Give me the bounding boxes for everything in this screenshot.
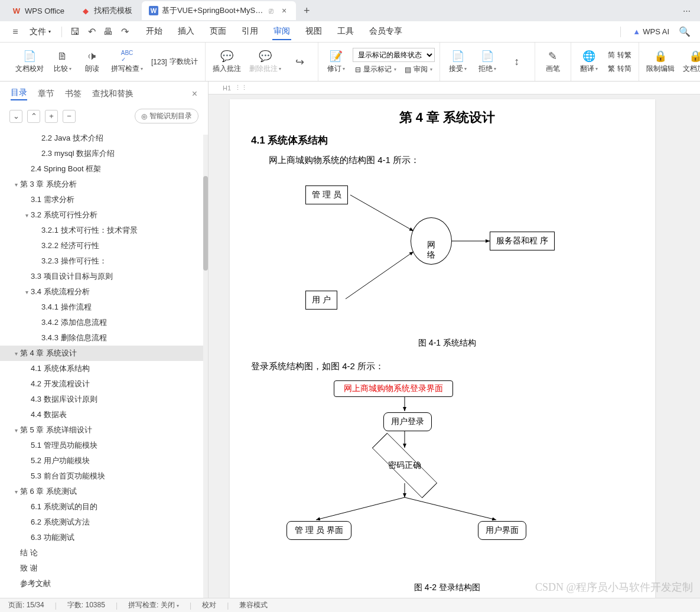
close-icon[interactable]: × (192, 89, 197, 99)
toc-item[interactable]: ▸3.2.2 经济可行性 (0, 238, 203, 253)
toc-item[interactable]: ▸4.4 数据表 (0, 407, 203, 422)
sidebar-tab-toc[interactable]: 目录 (11, 87, 27, 100)
undo-icon[interactable]: ↶ (84, 25, 99, 39)
toc-item[interactable]: ▸致 谢 (0, 561, 203, 576)
toc-item[interactable]: ▸3.4.2 添加信息流程 (0, 315, 203, 330)
app-tab-template[interactable]: ◆ 找稻壳模板 (74, 1, 139, 20)
translate-icon: 🌐 (582, 50, 595, 63)
toc-item[interactable]: ▸3.4.1 操作流程 (0, 300, 203, 315)
toc-item[interactable]: ▸结 论 (0, 545, 203, 561)
toc-item[interactable]: ▸3.3 项目设计目标与原则 (0, 269, 203, 284)
box-user-ui: 用户界面 (478, 521, 526, 540)
expand-down-button[interactable]: ⌄ (9, 110, 22, 123)
hamburger-icon[interactable]: ≡ (8, 25, 22, 39)
toc-item-label: 5.2 用户功能模块 (31, 455, 90, 466)
status-wordcount[interactable]: 字数: 10385 (67, 600, 105, 610)
menu-tab-insert[interactable]: 插入 (177, 24, 196, 40)
toc-item[interactable]: ▸5.3 前台首页功能模块 (0, 468, 203, 484)
file-menu[interactable]: 文件▾ (25, 27, 56, 37)
spellcheck-button[interactable]: ABC✓拼写检查▾ (109, 48, 145, 75)
restrict-edit-button[interactable]: 🔒限制编辑 (644, 48, 677, 75)
toc-item[interactable]: ▸5.2 用户功能模块 (0, 453, 203, 468)
toc-item[interactable]: ▸4.3 数据库设计原则 (0, 392, 203, 407)
save-icon[interactable]: 🖫 (68, 25, 82, 39)
status-page[interactable]: 页面: 15/34 (8, 600, 44, 610)
toc-item[interactable]: ▸2.3 mysql 数据库介绍 (0, 146, 203, 161)
status-proof[interactable]: 校对 (202, 600, 216, 610)
accept-button[interactable]: 📄接受▾ (445, 48, 471, 75)
toc-item[interactable]: ▸6.3 功能测试 (0, 530, 203, 545)
scrollbar[interactable] (203, 135, 208, 598)
search-icon[interactable]: 🔍 (678, 25, 692, 39)
markup-icon: ⊟ (355, 66, 361, 74)
wordcount-button[interactable]: [123]字数统计 (149, 56, 200, 68)
compare-button[interactable]: 🗎比较▾ (50, 48, 76, 75)
toc-item[interactable]: ▸4.1 系统体系结构 (0, 361, 203, 376)
toc-item[interactable]: ▸6.2 系统测试方法 (0, 515, 203, 530)
redo-icon[interactable]: ↷ (118, 25, 132, 39)
encrypt-button[interactable]: 🔐文档加密 (681, 48, 700, 75)
toc-item[interactable]: ▸3.1 需求分析 (0, 192, 203, 207)
menu-tab-tools[interactable]: 工具 (336, 24, 355, 40)
toc-item[interactable]: ▸参考文献 (0, 576, 203, 591)
sidebar-tab-chapter[interactable]: 章节 (38, 89, 54, 99)
toc-item[interactable]: ▸3.4.3 删除信息流程 (0, 330, 203, 346)
chevron-down-icon: ▾ (12, 427, 20, 434)
show-markup-button[interactable]: ⊟显示标记▾ (353, 63, 399, 76)
menu-tab-member[interactable]: 会员专享 (368, 24, 403, 40)
remove-button[interactable]: − (63, 110, 76, 123)
toc-item[interactable]: ▾第 5 章 系统详细设计 (0, 422, 203, 438)
smart-toc-button[interactable]: ◎智能识别目录 (135, 109, 198, 123)
to-traditional-button[interactable]: 简转繁 (605, 49, 634, 61)
translate-button[interactable]: 🌐翻译▾ (576, 48, 602, 75)
chevron-down-icon: ▾ (12, 350, 20, 357)
add-button[interactable]: + (45, 110, 58, 123)
menu-tab-start[interactable]: 开始 (145, 24, 164, 40)
toc-item[interactable]: ▸5.1 管理员功能模块 (0, 438, 203, 453)
diagram-system-structure: 管 理 员 网 络 用 户 服务器和程 序 (251, 175, 643, 328)
new-tab-button[interactable]: + (298, 2, 315, 19)
revise-button[interactable]: 📝修订▾ (323, 48, 349, 75)
reject-button[interactable]: 📄拒绝▾ (474, 48, 500, 75)
document-area[interactable]: H1⋮⋮ 第 4 章 系统设计 4.1 系统体系结构 网上商城购物系统的结构图 … (209, 82, 700, 598)
toc-item[interactable]: ▾3.4 系统流程分析 (0, 284, 203, 300)
pen-button[interactable]: ✎画笔 (540, 48, 566, 75)
insert-comment-button[interactable]: 💬插入批注 (210, 48, 243, 75)
wps-ai-button[interactable]: ▲WPS AI (633, 27, 669, 36)
toc-item-label: 3.1 需求分析 (31, 194, 74, 205)
review-pane-button[interactable]: ▤审阅▾ (402, 63, 435, 76)
sidebar-tab-bookmark[interactable]: 书签 (65, 89, 82, 99)
to-simplified-button[interactable]: 繁转简 (605, 63, 634, 75)
status-spellcheck[interactable]: 拼写检查: 关闭 ▾ (128, 600, 179, 610)
menu-tab-page[interactable]: 页面 (209, 24, 227, 40)
box-server: 服务器和程 序 (490, 232, 555, 250)
app-tab-document[interactable]: W 基于VUE+SpringBoot+MyS… ⎚ × (142, 1, 296, 20)
read-aloud-button[interactable]: 🕩朗读 (79, 48, 105, 75)
markup-select[interactable]: 显示标记的最终状态 (353, 48, 435, 62)
next-comment-button[interactable]: ↪ (287, 54, 313, 70)
toc-item[interactable]: ▸6.1 系统测试的目的 (0, 499, 203, 515)
toc-item[interactable]: ▸3.2.1 技术可行性：技术背景 (0, 223, 203, 238)
sidebar-tab-find[interactable]: 查找和替换 (92, 89, 134, 99)
close-icon[interactable]: × (279, 6, 289, 15)
toc-item[interactable]: ▾第 4 章 系统设计 (0, 346, 203, 361)
nav-changes-button[interactable]: ↕ (504, 54, 530, 70)
print-icon[interactable]: 🖶 (101, 25, 115, 39)
toc-item-label: 2.2 Java 技术介绍 (41, 133, 103, 144)
toc-item-label: 3.2.1 技术可行性：技术背景 (41, 225, 138, 236)
menu-tab-reference[interactable]: 引用 (240, 24, 259, 40)
toc-item[interactable]: ▾第 3 章 系统分析 (0, 177, 203, 192)
toc-item[interactable]: ▾3.2 系统可行性分析 (0, 207, 203, 223)
toc-item[interactable]: ▾第 6 章 系统测试 (0, 484, 203, 499)
collapse-up-button[interactable]: ⌃ (27, 110, 40, 123)
toc-item[interactable]: ▸2.4 Spring Boot 框架 (0, 161, 203, 177)
toc-item[interactable]: ▸3.2.3 操作可行性： (0, 253, 203, 269)
menu-tab-view[interactable]: 视图 (304, 24, 323, 40)
title-menu-button[interactable]: ⋯ (678, 6, 695, 15)
menu-tab-review[interactable]: 审阅 (272, 24, 291, 40)
toc-item[interactable]: ▸4.2 开发流程设计 (0, 376, 203, 392)
toc-item[interactable]: ▸2.2 Java 技术介绍 (0, 131, 203, 146)
app-tab-wps[interactable]: W WPS Office (5, 1, 71, 20)
doc-proof-button[interactable]: 📄文档校对 (13, 48, 46, 75)
toc-item-label: 6.3 功能测试 (31, 532, 74, 543)
